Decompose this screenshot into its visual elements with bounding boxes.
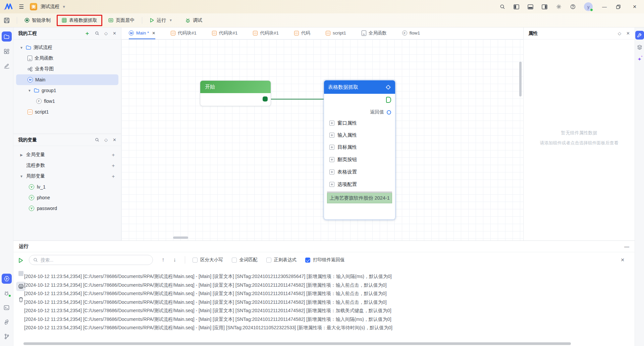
- run-chevron-down-icon[interactable]: ▼: [169, 18, 172, 22]
- search-project-icon[interactable]: [95, 31, 99, 36]
- git-branch-icon[interactable]: [2, 331, 12, 341]
- toggle-right-panel-icon[interactable]: [542, 4, 547, 10]
- components-icon[interactable]: [2, 46, 12, 56]
- table-capture-node[interactable]: 表格数据抓取 返回值 窗口属性 输入属性 目标属性 翻页按钮: [324, 80, 395, 220]
- tree-item-flow1[interactable]: F flow1: [13, 96, 121, 107]
- prev-match-icon[interactable]: ↑: [162, 257, 165, 263]
- filter-whole-word[interactable]: 全词匹配: [232, 257, 258, 263]
- collapse-panel-icon[interactable]: ◇: [104, 138, 108, 142]
- tree-item-global-functions[interactable]: fx 全局函数: [13, 53, 121, 64]
- toggle-bottom-panel-icon[interactable]: [528, 4, 533, 10]
- checkbox[interactable]: [266, 258, 271, 263]
- help-icon[interactable]: [570, 4, 576, 10]
- chevron-right-icon[interactable]: ▶: [19, 153, 23, 157]
- tab-script1[interactable]: </> script1: [326, 27, 346, 39]
- close-log-icon[interactable]: ✕: [621, 257, 625, 263]
- tab-codeblock-1[interactable]: </> 代码块#1: [171, 27, 197, 39]
- var-group-global[interactable]: ▶ 全局变量 ＋: [13, 149, 121, 160]
- node-section-paging[interactable]: 翻页按钮: [329, 156, 357, 163]
- node-section-window[interactable]: 窗口属性: [329, 120, 357, 126]
- tree-item-main-selected[interactable]: M Main: [16, 74, 118, 85]
- main-menu-icon[interactable]: ☰: [18, 3, 24, 10]
- log-search-box[interactable]: [29, 255, 153, 265]
- expand-plus-icon[interactable]: [329, 182, 334, 187]
- debug-panel-icon[interactable]: [2, 288, 12, 298]
- filter-case-sensitive[interactable]: 区分大小写: [193, 257, 223, 263]
- tab-flow1[interactable]: F flow1: [402, 27, 420, 39]
- canvas-vertical-scrollbar[interactable]: [519, 62, 522, 96]
- close-panel-icon[interactable]: ✕: [113, 31, 116, 36]
- tab-close-icon[interactable]: ✕: [152, 31, 155, 36]
- minimize-button[interactable]: —: [601, 4, 608, 9]
- properties-wrench-icon[interactable]: [635, 31, 644, 40]
- expand-plus-icon[interactable]: [329, 121, 334, 126]
- node-section-target[interactable]: 目标属性: [329, 144, 357, 150]
- search-icon[interactable]: [499, 4, 505, 10]
- restore-button[interactable]: [616, 5, 623, 9]
- terminal-icon[interactable]: [2, 302, 12, 313]
- python-icon[interactable]: [2, 317, 12, 327]
- run-output-icon[interactable]: [2, 274, 12, 284]
- flow-canvas[interactable]: 开始 表格数据抓取 返回值 窗口属性 输入属性 目标属性: [121, 40, 523, 240]
- tree-item-script1[interactable]: </> script1: [13, 107, 121, 117]
- tab-main[interactable]: M Main * ✕: [129, 27, 155, 39]
- toggle-left-panel-icon[interactable]: [514, 4, 519, 10]
- tab-codeblock-3[interactable]: </> 代码块#1: [253, 27, 279, 39]
- return-value-port[interactable]: [387, 110, 391, 115]
- collapse-panel-icon[interactable]: ◇: [104, 31, 108, 36]
- tree-item-business-map[interactable]: 业务导图: [13, 64, 121, 74]
- minimize-panel-icon[interactable]: —: [624, 244, 629, 249]
- var-group-params[interactable]: 流程参数 ＋: [13, 160, 121, 171]
- save-icon[interactable]: [0, 17, 13, 23]
- chevron-down-icon[interactable]: ▼: [19, 46, 23, 50]
- filter-print-returns[interactable]: 打印组件返回值: [305, 257, 345, 263]
- signature-pen-icon[interactable]: [2, 61, 12, 71]
- chevron-down-icon[interactable]: ▼: [28, 89, 32, 92]
- next-match-icon[interactable]: ↓: [173, 257, 176, 263]
- run-log-play-icon[interactable]: [16, 256, 25, 265]
- close-button[interactable]: ✕: [631, 4, 638, 9]
- tab-code[interactable]: </> 代码: [294, 27, 310, 39]
- ai-sparkle-icon[interactable]: ✦: [635, 55, 644, 64]
- canvas-horizontal-scrollbar[interactable]: [173, 236, 188, 239]
- expand-plus-icon[interactable]: [329, 133, 334, 138]
- tree-item-group1[interactable]: ▼ group1: [13, 85, 121, 96]
- variable-lv1[interactable]: V lv_1: [13, 182, 121, 192]
- user-avatar[interactable]: y: [584, 2, 593, 11]
- project-explorer-icon[interactable]: [2, 31, 12, 42]
- expand-plus-icon[interactable]: [329, 169, 334, 175]
- tab-codeblock-2[interactable]: </> 代码块#1: [212, 27, 238, 39]
- close-panel-icon[interactable]: ✕: [113, 138, 116, 142]
- add-variable-icon[interactable]: ＋: [111, 152, 116, 158]
- node-section-options[interactable]: 选项配置: [329, 181, 357, 188]
- node-section-input[interactable]: 输入属性: [329, 132, 357, 138]
- chevron-down-icon[interactable]: ▼: [19, 175, 23, 178]
- add-item-icon[interactable]: ＋: [85, 31, 90, 36]
- layers-icon[interactable]: [635, 43, 644, 52]
- page-center-button[interactable]: 页面居中: [104, 15, 139, 25]
- smart-record-button[interactable]: 智能录制: [20, 15, 55, 25]
- log-output[interactable]: [2024-10-12 11:23:54,2354] [C:/Users/786…: [24, 272, 621, 332]
- flow-out-port[interactable]: [386, 96, 392, 103]
- expand-plus-icon[interactable]: [329, 157, 334, 162]
- checkbox[interactable]: [232, 258, 237, 263]
- target-crosshair-icon[interactable]: [385, 84, 391, 90]
- expand-plus-icon[interactable]: [329, 145, 334, 150]
- checkbox[interactable]: [305, 258, 310, 263]
- filter-regex[interactable]: 正则表达式: [266, 257, 297, 263]
- run-button[interactable]: 运行 ▼: [146, 15, 176, 25]
- project-chevron-down-icon[interactable]: ▼: [62, 5, 66, 9]
- add-variable-icon[interactable]: ＋: [111, 162, 116, 169]
- start-node[interactable]: 开始: [200, 80, 271, 106]
- var-group-local[interactable]: ▼ 局部变量 ＋: [13, 171, 121, 182]
- capture-preview-row[interactable]: 上海艺赛旗软件股份 2024-1: [327, 193, 392, 203]
- close-panel-icon[interactable]: ✕: [626, 31, 630, 36]
- variable-password[interactable]: V password: [13, 203, 121, 214]
- collapse-panel-icon[interactable]: ◇: [618, 31, 621, 36]
- connector-line[interactable]: [266, 99, 330, 99]
- add-variable-icon[interactable]: ＋: [111, 173, 116, 180]
- tree-item-project-root[interactable]: ▼ 测试流程: [13, 42, 121, 53]
- log-search-input[interactable]: [41, 258, 149, 263]
- settings-gear-icon[interactable]: [556, 4, 561, 10]
- table-capture-button[interactable]: 表格数据抓取: [60, 16, 99, 24]
